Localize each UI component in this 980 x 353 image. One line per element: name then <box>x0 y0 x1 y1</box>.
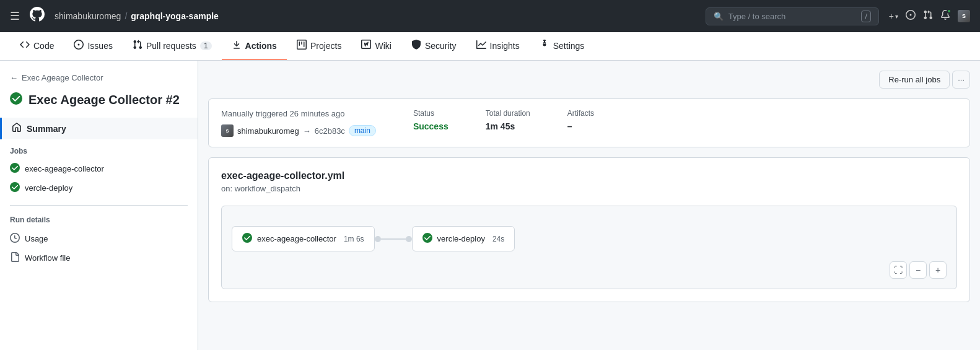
search-shortcut: / <box>861 11 871 22</box>
branch-badge: main <box>349 125 376 136</box>
avatar[interactable]: S <box>958 10 970 22</box>
repo-tab-bar: Code Issues Pull requests 1 Actions <box>0 32 980 61</box>
job-vercle-node-icon <box>422 233 432 245</box>
tab-wiki[interactable]: Wiki <box>351 32 401 60</box>
issues-icon[interactable] <box>906 10 916 22</box>
duration-value: 1m 45s <box>486 121 530 131</box>
github-logo <box>30 7 45 25</box>
repo-link[interactable]: graphql-yoga-sample <box>131 11 219 21</box>
workflow-filename: exec-ageage-collector.yml <box>221 170 957 181</box>
issues-tab-icon <box>74 40 84 51</box>
tab-code-label: Code <box>33 41 54 51</box>
commit-info: s shimabukuromeg → 6c2b83c main <box>221 124 376 137</box>
sidebar-workflow-file[interactable]: Workflow file <box>0 248 198 268</box>
settings-tab-icon <box>540 40 549 51</box>
back-arrow-icon: ← <box>10 73 18 82</box>
job-node-exec[interactable]: exec-ageage-collector 1m 6s <box>232 226 375 251</box>
fullscreen-button[interactable]: ⛶ <box>890 261 907 279</box>
rerun-button[interactable]: Re-run all jobs <box>879 71 950 89</box>
commit-sha: 6c2b83c <box>315 126 345 136</box>
sidebar-job-vercle[interactable]: vercle-deploy <box>0 178 198 198</box>
search-placeholder: Type / to search <box>728 12 786 21</box>
connector-dot-left <box>375 236 381 242</box>
home-icon <box>12 123 22 134</box>
run-success-icon <box>10 92 22 108</box>
job-exec-success-icon <box>10 163 20 175</box>
sidebar-job-exec[interactable]: exec-ageage-collector <box>0 159 198 178</box>
tab-security[interactable]: Security <box>401 32 466 60</box>
job-connector <box>375 236 412 242</box>
usage-label: Usage <box>25 234 48 243</box>
insights-tab-icon <box>476 40 486 51</box>
tab-projects-label: Projects <box>310 41 342 51</box>
usage-icon <box>10 233 20 245</box>
tab-projects[interactable]: Projects <box>287 32 352 60</box>
workflow-run-title: Exec Ageage Collector #2 <box>0 90 198 118</box>
pulls-badge: 1 <box>200 41 212 50</box>
connector-line <box>381 238 406 240</box>
artifacts-label: Artifacts <box>567 109 594 118</box>
job-flow: exec-ageage-collector 1m 6s <box>232 226 947 251</box>
duration-field: Total duration 1m 45s <box>486 109 530 131</box>
tab-insights-label: Insights <box>490 41 520 51</box>
global-search[interactable]: 🔍 Type / to search / <box>706 7 879 25</box>
workflow-card: exec-ageage-collector.yml on: workflow_d… <box>208 157 970 302</box>
job-node-vercle[interactable]: vercle-deploy 24s <box>412 226 515 251</box>
job-exec-node-label: exec-ageage-collector <box>257 234 336 243</box>
job-vercle-label: vercle-deploy <box>25 183 72 193</box>
run-actions: Re-run all jobs ··· <box>879 71 970 89</box>
tab-settings[interactable]: Settings <box>530 32 595 60</box>
notification-badge <box>947 9 952 14</box>
workflow-file-icon <box>10 252 20 264</box>
new-button[interactable]: + ▾ <box>889 11 898 21</box>
zoom-out-button[interactable]: − <box>909 261 927 279</box>
more-options-button[interactable]: ··· <box>952 71 970 89</box>
run-details-label: Run details <box>0 213 198 229</box>
job-vercle-success-icon <box>10 182 20 194</box>
tab-issues[interactable]: Issues <box>64 32 122 60</box>
zoom-in-button[interactable]: + <box>929 261 947 279</box>
workflow-on: on: workflow_dispatch <box>221 184 957 193</box>
tab-actions[interactable]: Actions <box>222 32 287 60</box>
tab-security-label: Security <box>425 41 457 51</box>
owner-link[interactable]: shimabukuromeg <box>55 11 121 21</box>
status-value: Success <box>413 121 448 131</box>
run-title-text: Exec Ageage Collector #2 <box>28 93 180 107</box>
summary-label: Summary <box>27 124 66 134</box>
tab-insights[interactable]: Insights <box>466 32 530 60</box>
job-vercle-duration: 24s <box>492 235 504 243</box>
wiki-tab-icon <box>361 40 371 51</box>
hamburger-icon[interactable]: ☰ <box>10 9 20 23</box>
back-link-label: Exec Ageage Collector <box>22 73 103 82</box>
status-field: Status Success <box>413 109 448 131</box>
actions-tab-icon <box>232 40 242 51</box>
job-exec-node-icon <box>242 233 252 245</box>
tab-code[interactable]: Code <box>10 32 64 60</box>
job-vercle-node-label: vercle-deploy <box>437 234 485 243</box>
page-layout: ← Exec Ageage Collector Exec Ageage Coll… <box>0 61 980 350</box>
commit-arrow-icon: → <box>303 126 311 136</box>
job-exec-duration: 1m 6s <box>344 235 364 243</box>
sidebar: ← Exec Ageage Collector Exec Ageage Coll… <box>0 61 198 350</box>
search-icon: 🔍 <box>714 12 724 21</box>
artifacts-value: – <box>567 121 594 131</box>
code-icon <box>20 40 30 51</box>
pull-requests-icon[interactable] <box>923 10 933 22</box>
status-label: Status <box>413 109 448 118</box>
tab-issues-label: Issues <box>87 41 112 51</box>
committer-avatar: s <box>221 124 234 137</box>
tab-settings-label: Settings <box>553 41 585 51</box>
tab-pulls[interactable]: Pull requests 1 <box>123 32 222 60</box>
inbox-icon[interactable] <box>940 10 950 22</box>
sidebar-summary[interactable]: Summary <box>0 118 198 139</box>
tab-actions-label: Actions <box>245 41 277 51</box>
connector-dot-right <box>406 236 412 242</box>
breadcrumb: shimabukuromeg / graphql-yoga-sample <box>55 11 219 21</box>
top-nav: ☰ shimabukuromeg / graphql-yoga-sample 🔍… <box>0 0 980 32</box>
sidebar-usage[interactable]: Usage <box>0 229 198 248</box>
back-link[interactable]: ← Exec Ageage Collector <box>0 71 198 90</box>
nav-icons: + ▾ S <box>889 10 970 22</box>
trigger-text: Manually triggered 26 minutes ago <box>221 109 376 118</box>
sidebar-divider <box>10 205 188 206</box>
projects-tab-icon <box>297 40 307 51</box>
